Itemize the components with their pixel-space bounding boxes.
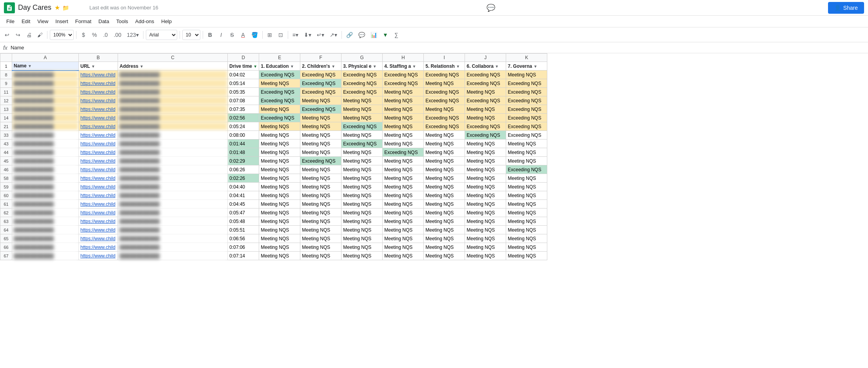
cell-33-b[interactable]: https://www.child (79, 131, 118, 140)
fontsize-select[interactable]: 10 11 12 (182, 30, 200, 40)
cell-65-b[interactable]: https://www.child (79, 234, 118, 243)
cell-45-b[interactable]: https://www.child (79, 157, 118, 165)
valign-button[interactable]: ⬇▾ (302, 29, 313, 40)
cell-62-h: Meeting NQS (383, 208, 424, 217)
strikethrough-button[interactable]: S (227, 29, 237, 40)
zoom-select[interactable]: 100% 75% 50% (50, 30, 74, 40)
col-header-d[interactable]: D (228, 54, 259, 62)
cell-1d[interactable]: Drive time ▼ (228, 62, 259, 71)
cell-66-b[interactable]: https://www.child (79, 243, 118, 252)
col-header-b[interactable]: B (79, 54, 118, 62)
cell-43-b[interactable]: https://www.child (79, 140, 118, 148)
cell-12-b[interactable]: https://www.child (79, 96, 118, 105)
cell-1c[interactable]: Address ▼ (118, 62, 228, 71)
cell-8-b[interactable]: https://www.child (79, 71, 118, 79)
menu-insert[interactable]: Insert (52, 17, 71, 26)
cell-45-a: ████████████ (12, 157, 79, 165)
cell-60-b[interactable]: https://www.child (79, 191, 118, 200)
redo-button[interactable]: ↪ (13, 29, 23, 40)
cell-1k[interactable]: 7. Governa ▼ (506, 62, 547, 71)
borders-button[interactable]: ⊞ (265, 29, 274, 40)
col-header-j[interactable]: J (465, 54, 506, 62)
cell-21-b[interactable]: https://www.child (79, 122, 118, 131)
italic-button[interactable]: I (216, 29, 226, 40)
cell-1g[interactable]: 3. Physical e ▼ (341, 62, 383, 71)
undo-button[interactable]: ↩ (2, 29, 12, 40)
cell-33-i: Meeting NQS (424, 131, 465, 140)
share-button[interactable]: 👤 Share (828, 2, 864, 14)
cell-46-b[interactable]: https://www.child (79, 165, 118, 174)
cell-44-b[interactable]: https://www.child (79, 148, 118, 157)
col-header-e[interactable]: E (259, 54, 300, 62)
menu-file[interactable]: File (3, 17, 18, 26)
folder-icon[interactable]: 📁 (62, 5, 69, 11)
comment-button[interactable]: 💬 (356, 29, 367, 40)
spreadsheet[interactable]: A B C D E F G H I J K 1 Name ▼ URL ▼ (0, 53, 868, 368)
cell-9-f: Exceeding NQS (300, 79, 341, 88)
cell-21-a: ████████████ (12, 122, 79, 131)
menu-edit[interactable]: Edit (18, 17, 33, 26)
textcolor-button[interactable]: A (238, 29, 248, 40)
cell-44-j: Meeting NQS (465, 148, 506, 157)
font-select[interactable]: Arial (146, 30, 177, 40)
cell-1b[interactable]: URL ▼ (79, 62, 118, 71)
menu-data[interactable]: Data (95, 17, 112, 26)
cell-1a[interactable]: Name ▼ (12, 62, 79, 71)
print-button[interactable]: 🖨 (24, 29, 34, 40)
decimal-decrease-button[interactable]: .0 (101, 29, 110, 40)
merge-button[interactable]: ⊡ (276, 29, 285, 40)
currency-button[interactable]: $ (79, 29, 88, 40)
cell-61-i: Meeting NQS (424, 200, 465, 208)
cell-11-b[interactable]: https://www.child (79, 88, 118, 96)
chart-button[interactable]: 📊 (369, 29, 379, 40)
cell-58-b[interactable]: https://www.child (79, 174, 118, 183)
cell-9-b[interactable]: https://www.child (79, 79, 118, 88)
cell-62-b[interactable]: https://www.child (79, 208, 118, 217)
menu-tools[interactable]: Tools (113, 17, 131, 26)
paint-format-button[interactable]: 🖌 (35, 29, 45, 40)
table-row: 63████████████https://www.child█████████… (0, 217, 547, 226)
menu-help[interactable]: Help (158, 17, 175, 26)
col-header-c[interactable]: C (118, 54, 228, 62)
row-num-65: 65 (0, 234, 12, 243)
col-header-i[interactable]: I (424, 54, 465, 62)
cell-1h[interactable]: 4. Staffing a ▼ (383, 62, 424, 71)
fillcolor-button[interactable]: 🪣 (249, 29, 260, 40)
menu-format[interactable]: Format (72, 17, 94, 26)
cell-1i[interactable]: 5. Relationsh ▼ (424, 62, 465, 71)
cell-59-b[interactable]: https://www.child (79, 183, 118, 191)
menu-view[interactable]: View (34, 17, 51, 26)
bold-button[interactable]: B (205, 29, 215, 40)
col-header-g[interactable]: G (341, 54, 383, 62)
textwrap-button[interactable]: ↵▾ (315, 29, 326, 40)
link-button[interactable]: 🔗 (344, 29, 355, 40)
cell-45-j: Meeting NQS (465, 157, 506, 165)
cell-14-b[interactable]: https://www.child (79, 114, 118, 122)
cell-64-b[interactable]: https://www.child (79, 226, 118, 234)
percent-button[interactable]: % (90, 29, 99, 40)
cell-1e[interactable]: 1. Education ▼ (259, 62, 300, 71)
halign-button[interactable]: ≡▾ (291, 29, 300, 40)
cell-63-b[interactable]: https://www.child (79, 217, 118, 226)
col-header-f[interactable]: F (300, 54, 341, 62)
cell-1f[interactable]: 2. Children's ▼ (300, 62, 341, 71)
textrotate-button[interactable]: ↗▾ (328, 29, 339, 40)
function-button[interactable]: ∑ (392, 29, 401, 40)
col-header-h[interactable]: H (383, 54, 424, 62)
star-icon[interactable]: ★ (54, 4, 60, 11)
cell-61-e: Meeting NQS (259, 200, 300, 208)
cell-1j[interactable]: 6. Collabora ▼ (465, 62, 506, 71)
col-header-a[interactable]: A (12, 54, 79, 62)
cell-67-k: Meeting NQS (506, 252, 547, 260)
cell-67-b[interactable]: https://www.child (79, 252, 118, 260)
filter-button[interactable]: ▼ (381, 29, 390, 40)
col-header-k[interactable]: K (506, 54, 547, 62)
cell-61-b[interactable]: https://www.child (79, 200, 118, 208)
formula-content[interactable]: Name (11, 45, 865, 51)
cell-61-k: Meeting NQS (506, 200, 547, 208)
format-button[interactable]: 123▾ (125, 29, 140, 40)
decimal-increase-button[interactable]: .00 (112, 29, 123, 40)
menu-addons[interactable]: Add-ons (132, 17, 157, 26)
comments-icon[interactable]: 💬 (487, 4, 495, 12)
cell-13-b[interactable]: https://www.child (79, 105, 118, 114)
